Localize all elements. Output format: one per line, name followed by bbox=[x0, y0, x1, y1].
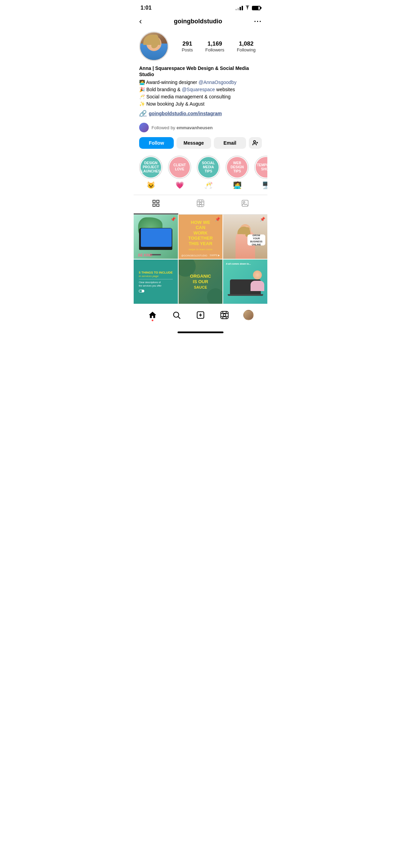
nav-reels[interactable] bbox=[217, 308, 232, 323]
add-friend-button[interactable] bbox=[249, 137, 262, 149]
profile-header: 291 Posts 1,169 Followers 1,082 Followin… bbox=[134, 30, 267, 65]
followed-by-text: Followed by emmavanheusen bbox=[151, 125, 213, 130]
svg-point-17 bbox=[243, 202, 245, 203]
signal-icon bbox=[235, 6, 243, 10]
svg-point-0 bbox=[247, 9, 248, 10]
content-tabs bbox=[134, 195, 267, 215]
svg-rect-8 bbox=[197, 200, 204, 207]
profile-username: goingboldstudio bbox=[174, 18, 222, 25]
home-indicator bbox=[178, 331, 223, 333]
grid-post-2[interactable]: 📌 HOW WECAN WORKTOGETHERTHIS YEAR swipe … bbox=[179, 215, 223, 259]
follow-button[interactable]: Follow bbox=[139, 137, 174, 149]
nav-create[interactable] bbox=[193, 308, 208, 323]
grid-post-3[interactable]: 📌 GROW YOURBUSINESSONLINE bbox=[223, 215, 267, 259]
grid-icon bbox=[152, 199, 160, 209]
nav-search[interactable] bbox=[169, 308, 184, 323]
bottom-nav bbox=[134, 304, 267, 329]
following-count: 1,082 bbox=[237, 40, 256, 47]
profile-link[interactable]: 🔗 goingboldstudio.com/instagram bbox=[139, 110, 262, 117]
nav-profile[interactable] bbox=[241, 308, 256, 323]
svg-point-1 bbox=[254, 141, 256, 143]
status-bar: 1:01 bbox=[134, 0, 267, 14]
followers-label: Followers bbox=[205, 47, 224, 52]
reels-icon bbox=[196, 199, 205, 209]
highlight-template-shop[interactable]: TEMPLATE SHOP 🖥️ bbox=[254, 156, 267, 189]
bio-line-2: 🎉 Bold branding & @Squarespace websites bbox=[139, 86, 262, 93]
posts-stat[interactable]: 291 Posts bbox=[182, 40, 193, 52]
nav-home[interactable] bbox=[145, 308, 160, 323]
highlight-social-media-tips[interactable]: SOCIAL MEDIA TIPS 🥂 bbox=[197, 156, 220, 189]
highlight-design-project[interactable]: DESIGN PROJECT LAUNCHES 😺 bbox=[139, 156, 162, 189]
svg-line-19 bbox=[178, 317, 180, 319]
svg-rect-5 bbox=[157, 200, 159, 203]
tagged-icon bbox=[241, 199, 249, 209]
story-highlights: DESIGN PROJECT LAUNCHES 😺 CLIENT LOVE 💗 … bbox=[134, 154, 267, 192]
svg-rect-23 bbox=[221, 311, 228, 319]
svg-rect-6 bbox=[153, 204, 155, 206]
back-button[interactable]: ‹ bbox=[139, 16, 142, 26]
top-nav: ‹ goingboldstudio ··· bbox=[134, 14, 267, 30]
tab-grid[interactable] bbox=[134, 195, 178, 214]
plus-icon bbox=[196, 311, 205, 320]
status-icons bbox=[235, 5, 260, 11]
bio-line-1: 🧑‍💻 Award-winning designer @AnnaOsgoodby bbox=[139, 79, 262, 86]
more-button[interactable]: ··· bbox=[254, 17, 262, 25]
tab-tagged[interactable] bbox=[223, 195, 267, 214]
svg-rect-4 bbox=[153, 200, 155, 203]
home-icon bbox=[148, 311, 157, 320]
followers-count: 1,169 bbox=[205, 40, 224, 47]
posts-count: 291 bbox=[182, 40, 193, 47]
reels-nav-icon bbox=[220, 311, 229, 320]
bio-line-4: ✨ Now booking July & August bbox=[139, 100, 262, 108]
following-label: Following bbox=[237, 47, 256, 52]
wifi-icon bbox=[245, 5, 250, 11]
svg-point-9 bbox=[199, 202, 202, 204]
highlight-client-love[interactable]: CLIENT LOVE 💗 bbox=[168, 156, 191, 189]
followers-stat[interactable]: 1,169 Followers bbox=[205, 40, 224, 52]
action-buttons: Follow Message Email bbox=[134, 137, 267, 154]
status-time: 1:01 bbox=[141, 5, 151, 11]
search-icon bbox=[172, 311, 181, 320]
bio-section: Anna | Squarespace Web Design & Social M… bbox=[134, 65, 267, 121]
photo-grid: BE KIND 📌 📌 HOW WECAN WORKTOGETHERTHIS Y… bbox=[134, 215, 267, 303]
battery-icon bbox=[252, 6, 260, 10]
grid-post-5[interactable]: ORGANICIS OURSAUCE bbox=[179, 260, 223, 304]
avatar[interactable] bbox=[139, 32, 169, 61]
message-button[interactable]: Message bbox=[177, 137, 211, 149]
highlight-web-design-tips[interactable]: WEB DESIGN TIPS 🧑‍💻 bbox=[226, 156, 249, 189]
email-button[interactable]: Email bbox=[214, 137, 246, 149]
svg-point-18 bbox=[173, 312, 179, 317]
followed-by: Followed by emmavanheusen bbox=[134, 121, 267, 137]
svg-rect-7 bbox=[157, 204, 159, 206]
grid-post-1[interactable]: BE KIND 📌 bbox=[134, 215, 178, 259]
bio-line-3: 🥂 Social media management & consulting bbox=[139, 93, 262, 100]
tab-reels[interactable] bbox=[178, 195, 223, 214]
following-stat[interactable]: 1,082 Following bbox=[237, 40, 256, 52]
bio-name: Anna | Squarespace Web Design & Social M… bbox=[139, 65, 262, 77]
grid-post-4[interactable]: 5 THINGS TO INCLUDE in services page Cle… bbox=[134, 260, 178, 304]
home-notification-dot bbox=[152, 320, 154, 321]
svg-point-24 bbox=[223, 314, 226, 316]
stats-container: 291 Posts 1,169 Followers 1,082 Followin… bbox=[175, 40, 262, 52]
posts-label: Posts bbox=[182, 47, 193, 52]
grid-post-6[interactable]: it all comes down to... bbox=[223, 260, 267, 304]
profile-avatar-nav bbox=[243, 310, 254, 320]
followed-avatar bbox=[139, 123, 149, 132]
